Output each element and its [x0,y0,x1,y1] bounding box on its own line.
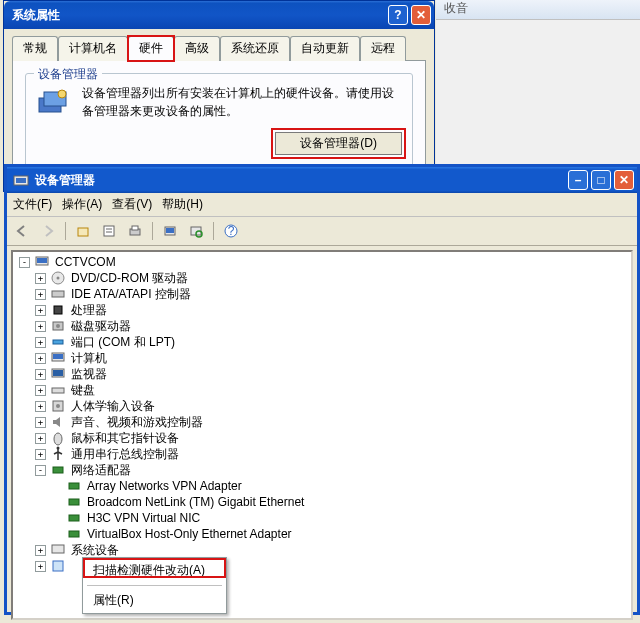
device-manager-window: 设备管理器 – □ ✕ 文件(F) 操作(A) 查看(V) 帮助(H) ? -C… [4,164,640,615]
tree-category[interactable]: +人体学输入设备 [35,398,631,414]
svg-rect-10 [132,226,138,230]
tab-remote[interactable]: 远程 [360,36,406,61]
svg-rect-25 [53,340,63,344]
menu-file[interactable]: 文件(F) [13,196,52,213]
expand-toggle[interactable]: + [35,545,46,556]
minimize-button[interactable]: – [568,170,588,190]
svg-rect-36 [69,483,79,489]
tab-advanced[interactable]: 高级 [174,36,220,61]
svg-point-33 [54,433,62,445]
tree-category[interactable]: +DVD/CD-ROM 驱动器 [35,270,631,286]
tree-category[interactable]: +IDE ATA/ATAPI 控制器 [35,286,631,302]
svg-rect-6 [104,226,114,236]
tree-device-label: VirtualBox Host-Only Ethernet Adapter [85,526,294,542]
tree-category[interactable]: +计算机 [35,350,631,366]
svg-rect-35 [53,467,63,473]
help-icon[interactable]: ? [220,220,242,242]
help-button[interactable]: ? [388,5,408,25]
svg-point-24 [56,324,60,328]
disk-icon [50,318,66,334]
tree-category[interactable]: +系统设备 [35,542,631,558]
hid-icon [50,398,66,414]
menu-view[interactable]: 查看(V) [112,196,152,213]
svg-point-32 [56,404,60,408]
network-icon [50,462,66,478]
scan-icon[interactable] [185,220,207,242]
tree-category-label: 系统设备 [69,542,121,558]
tab-system-restore[interactable]: 系统还原 [220,36,290,61]
expand-toggle[interactable]: + [35,401,46,412]
menu-action[interactable]: 操作(A) [62,196,102,213]
toolbar-separator [65,222,66,240]
expand-toggle[interactable]: + [35,353,46,364]
device-manager-button[interactable]: 设备管理器(D) [275,132,402,155]
tree-device-label: Array Networks VPN Adapter [85,478,244,494]
mouse-icon [50,430,66,446]
properties-icon[interactable] [98,220,120,242]
tree-device[interactable]: Broadcom NetLink (TM) Gigabit Ethernet [51,494,631,510]
collapse-toggle[interactable]: - [19,257,30,268]
expand-toggle[interactable]: + [35,449,46,460]
tree-category[interactable]: +端口 (COM 和 LPT) [35,334,631,350]
up-icon[interactable] [72,220,94,242]
tree-category[interactable]: +键盘 [35,382,631,398]
tree-category[interactable]: +监视器 [35,366,631,382]
devmgr-titlebar[interactable]: 设备管理器 – □ ✕ [7,167,637,193]
menu-help[interactable]: 帮助(H) [162,196,203,213]
expand-toggle[interactable]: - [35,465,46,476]
tree-category[interactable]: +通用串行总线控制器 [35,446,631,462]
svg-rect-41 [53,561,63,571]
port-icon [50,334,66,350]
back-icon[interactable] [11,220,33,242]
maximize-button[interactable]: □ [591,170,611,190]
expand-toggle[interactable]: + [35,337,46,348]
expand-toggle[interactable]: + [35,305,46,316]
tab-auto-update[interactable]: 自动更新 [290,36,360,61]
tree-category[interactable]: +处理器 [35,302,631,318]
refresh-icon[interactable] [159,220,181,242]
system-icon [50,542,66,558]
monitor-icon [50,366,66,382]
expand-toggle[interactable]: + [35,289,46,300]
print-icon[interactable] [124,220,146,242]
svg-rect-29 [53,370,63,376]
sound-icon [50,414,66,430]
tab-hardware[interactable]: 硬件 [128,36,174,61]
expand-toggle[interactable]: + [35,321,46,332]
ctx-properties[interactable]: 属性(R) [83,588,226,613]
tree-root-node[interactable]: -CCTVCOM+DVD/CD-ROM 驱动器+IDE ATA/ATAPI 控制… [19,254,631,574]
ctx-scan-hardware[interactable]: 扫描检测硬件改动(A) [83,558,226,583]
sysprops-titlebar[interactable]: 系统属性 ? ✕ [4,1,434,29]
computer-icon [50,350,66,366]
tab-computer-name[interactable]: 计算机名 [58,36,128,61]
disc-icon [50,270,66,286]
fwd-icon[interactable] [37,220,59,242]
expand-toggle[interactable]: + [35,561,46,572]
svg-point-20 [57,277,60,280]
nic-icon [66,478,82,494]
expand-toggle[interactable]: + [35,385,46,396]
tree-category[interactable]: +鼠标和其它指针设备 [35,430,631,446]
toolbar-separator [152,222,153,240]
tree-category-label: 监视器 [69,366,109,382]
tree-device[interactable]: Array Networks VPN Adapter [51,478,631,494]
tree-category-label: 网络适配器 [69,462,133,478]
tree-category[interactable]: +声音、视频和游戏控制器 [35,414,631,430]
tree-device[interactable]: H3C VPN Virtual NIC [51,510,631,526]
tree-device[interactable]: VirtualBox Host-Only Ethernet Adapter [51,526,631,542]
expand-toggle[interactable]: + [35,369,46,380]
tree-category[interactable]: -网络适配器Array Networks VPN AdapterBroadcom… [35,462,631,542]
close-button[interactable]: ✕ [614,170,634,190]
expand-toggle[interactable]: + [35,273,46,284]
close-button[interactable]: ✕ [411,5,431,25]
expand-toggle[interactable]: + [35,433,46,444]
svg-point-2 [58,90,66,98]
expand-toggle[interactable]: + [35,417,46,428]
keyboard-icon [50,382,66,398]
tree-category[interactable]: +磁盘驱动器 [35,318,631,334]
devmgr-toolbar: ? [7,217,637,246]
background-window-body [436,20,640,164]
tree-category-label: 鼠标和其它指针设备 [69,430,181,446]
devmgr-title: 设备管理器 [35,172,568,189]
tab-general[interactable]: 常规 [12,36,58,61]
